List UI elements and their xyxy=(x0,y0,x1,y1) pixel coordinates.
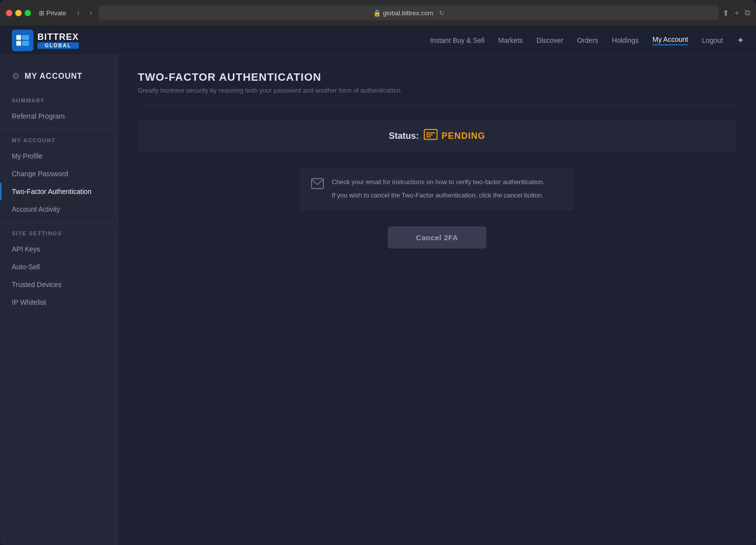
logo-text: BITTREX GLOBAL xyxy=(37,32,79,49)
sidebar-account-header: ⚙ MY ACCOUNT xyxy=(0,67,118,90)
sidebar-item-two-factor-auth[interactable]: Two-Factor Authentication xyxy=(0,183,118,200)
status-value: PENDING xyxy=(441,131,485,141)
back-button[interactable]: ‹ xyxy=(74,7,82,18)
sidebar-item-change-password[interactable]: Change Password xyxy=(0,165,118,183)
info-main-text: Check your email for instructions on how… xyxy=(332,177,544,188)
maximize-button[interactable] xyxy=(25,10,31,16)
gear-icon: ⚙ xyxy=(12,71,20,82)
theme-toggle-button[interactable]: ✦ xyxy=(737,35,744,46)
lock-icon: 🔒 xyxy=(373,9,381,17)
url-text: global.bittrex.com xyxy=(383,9,433,17)
sidebar-account-title: MY ACCOUNT xyxy=(25,72,83,81)
sidebar-divider-2 xyxy=(0,222,118,223)
info-text: Check your email for instructions on how… xyxy=(332,177,544,201)
main-content: TWO-FACTOR AUTHENTICATION Greatly increa… xyxy=(118,55,756,545)
private-label: Private xyxy=(46,9,66,17)
status-label: Status: xyxy=(389,131,419,141)
svg-rect-1 xyxy=(16,41,21,46)
svg-rect-0 xyxy=(16,35,21,40)
sidebar-item-account-activity[interactable]: Account Activity xyxy=(0,200,118,218)
page-title: TWO-FACTOR AUTHENTICATION xyxy=(138,71,736,84)
main-layout: ⚙ MY ACCOUNT SUMMARY Referral Program MY… xyxy=(0,55,756,545)
cancel-2fa-button[interactable]: Cancel 2FA xyxy=(388,226,486,249)
minimize-button[interactable] xyxy=(15,10,22,16)
email-icon xyxy=(311,178,324,192)
page-subtitle: Greatly increase security by requiring b… xyxy=(138,87,736,94)
nav-logout[interactable]: Logout xyxy=(702,36,723,44)
status-pending-icon xyxy=(424,129,438,143)
nav-markets[interactable]: Markets xyxy=(498,36,523,44)
info-secondary-text: If you wish to cancel the Two-Factor aut… xyxy=(332,191,544,201)
browser-actions: ⬆ ＋ ⧉ xyxy=(723,8,750,18)
content-divider xyxy=(138,106,736,106)
status-bar: Status: PENDING xyxy=(138,120,736,152)
sidebar-item-referral-program[interactable]: Referral Program xyxy=(0,107,118,125)
top-nav: BITTREX GLOBAL Instant Buy & Sell Market… xyxy=(0,26,756,55)
svg-rect-3 xyxy=(22,41,29,46)
nav-discover[interactable]: Discover xyxy=(536,36,563,44)
sidebar-section-summary: SUMMARY xyxy=(0,97,118,103)
sidebar-divider-1 xyxy=(0,129,118,129)
private-mode-button[interactable]: ⊞ Private xyxy=(35,7,70,19)
sidebar-icon: ⊞ xyxy=(39,9,44,17)
info-box: Check your email for instructions on how… xyxy=(299,167,575,211)
app: BITTREX GLOBAL Instant Buy & Sell Market… xyxy=(0,26,756,545)
sidebar-section-my-account: MY ACCOUNT xyxy=(0,137,118,143)
logo-bittrex: BITTREX xyxy=(37,32,79,42)
sidebar-item-api-keys[interactable]: API Keys xyxy=(0,240,118,258)
nav-orders[interactable]: Orders xyxy=(577,36,598,44)
share-button[interactable]: ⬆ xyxy=(723,8,729,18)
logo: BITTREX GLOBAL xyxy=(12,30,79,51)
nav-instant-buy-sell[interactable]: Instant Buy & Sell xyxy=(430,36,485,44)
sidebar: ⚙ MY ACCOUNT SUMMARY Referral Program MY… xyxy=(0,55,118,545)
svg-rect-2 xyxy=(22,35,29,40)
cancel-button-wrap: Cancel 2FA xyxy=(138,226,736,249)
new-tab-button[interactable]: ＋ xyxy=(733,8,741,18)
address-bar[interactable]: 🔒 global.bittrex.com ↻ xyxy=(99,5,719,20)
logo-global: GLOBAL xyxy=(37,42,79,49)
close-button[interactable] xyxy=(6,10,12,16)
nav-links: Instant Buy & Sell Markets Discover Orde… xyxy=(430,35,744,46)
traffic-lights xyxy=(6,10,31,16)
sidebar-item-ip-whitelist[interactable]: IP Whitelist xyxy=(0,293,118,311)
sidebar-section-site-settings: SITE SETTINGS xyxy=(0,230,118,236)
sidebar-item-my-profile[interactable]: My Profile xyxy=(0,147,118,165)
logo-icon xyxy=(12,30,33,51)
sidebar-item-trusted-devices[interactable]: Trusted Devices xyxy=(0,276,118,293)
forward-button[interactable]: › xyxy=(87,7,95,18)
tab-overview-button[interactable]: ⧉ xyxy=(745,8,750,17)
reload-icon: ↻ xyxy=(439,9,444,17)
svg-rect-8 xyxy=(312,179,323,189)
sidebar-item-auto-sell[interactable]: Auto-Sell xyxy=(0,258,118,276)
nav-holdings[interactable]: Holdings xyxy=(612,36,638,44)
nav-my-account[interactable]: My Account xyxy=(653,35,688,45)
browser-chrome: ⊞ Private ‹ › 🔒 global.bittrex.com ↻ ⬆ ＋… xyxy=(0,0,756,26)
